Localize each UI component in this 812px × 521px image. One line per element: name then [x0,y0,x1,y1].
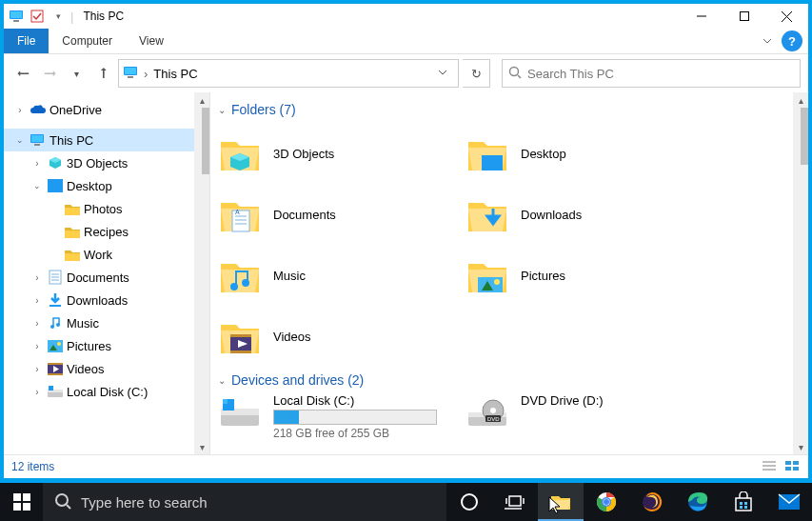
documents-icon [46,270,65,285]
search-box[interactable]: Search This PC [502,59,801,88]
tab-file[interactable]: File [4,29,49,53]
folder-downloads[interactable]: Downloads [465,184,713,245]
tab-computer[interactable]: Computer [49,29,126,53]
content-scrollbar[interactable]: ▴ ▾ [793,92,808,454]
folder-music[interactable]: Music [218,245,465,306]
breadcrumb-this-pc[interactable]: This PC [151,67,199,81]
task-view-button[interactable] [492,483,538,521]
close-button[interactable] [765,4,808,29]
tab-view[interactable]: View [126,29,177,53]
drive-local-disk-c[interactable]: Local Disk (C:) 218 GB free of 255 GB [218,393,465,451]
chevron-down-icon[interactable]: ⌄ [30,181,44,190]
ribbon-expand-icon[interactable] [755,29,780,53]
details-view-button[interactable] [761,459,778,475]
tree-onedrive[interactable]: › OneDrive [4,98,209,121]
svg-point-11 [510,67,519,75]
videos-icon [46,363,65,375]
scroll-down-icon[interactable]: ▾ [793,439,808,454]
refresh-button[interactable]: ↻ [463,59,490,88]
documents-icon: A [218,192,262,236]
tree-3d-objects[interactable]: › 3D Objects [4,151,209,174]
tree-photos[interactable]: Photos [4,197,209,220]
cortana-button[interactable] [446,483,492,521]
address-dropdown-icon[interactable] [431,67,454,81]
tree-documents[interactable]: › Documents [4,266,209,289]
folder-pictures[interactable]: Pictures [465,245,713,306]
tree-videos[interactable]: › Videos [4,357,209,380]
chevron-right-icon[interactable]: › [30,318,44,329]
folder-desktop[interactable]: Desktop [465,123,713,184]
explorer-window: ▾ | This PC File Computer View ? 🠔 🠖 ▾ 🠕… [3,3,809,479]
chevron-right-icon[interactable]: › [30,387,44,397]
properties-icon[interactable] [29,8,46,25]
svg-rect-72 [13,503,21,511]
svg-point-84 [604,499,609,505]
chevron-right-icon[interactable]: › [30,158,44,169]
svg-point-48 [494,279,500,285]
group-folders-header[interactable]: ⌄ Folders (7) [218,102,793,117]
music-icon [218,253,262,297]
address-bar[interactable]: › This PC [118,59,459,88]
recent-locations-button[interactable]: ▾ [65,60,88,87]
chevron-down-icon[interactable]: ⌄ [218,105,226,115]
breadcrumb-sep-icon[interactable]: › [144,67,148,81]
svg-rect-1 [10,11,22,18]
chevron-down-icon[interactable]: ⌄ [218,375,226,386]
tree-local-disk-c[interactable]: › Local Disk (C:) [4,380,209,403]
scroll-up-icon[interactable]: ▴ [194,92,209,108]
drive-dvd-d[interactable]: DVD DVD Drive (D:) [465,393,713,451]
svg-rect-87 [736,498,751,511]
taskbar-mail[interactable] [766,483,812,521]
taskbar-edge[interactable] [675,483,721,521]
up-button[interactable]: 🠕 [91,60,114,87]
svg-rect-5 [740,12,748,21]
tree-downloads[interactable]: › Downloads [4,289,209,311]
start-button[interactable] [0,483,43,521]
chevron-down-icon[interactable]: ⌄ [13,135,27,145]
tree-this-pc[interactable]: ⌄ This PC [4,129,209,151]
forward-button[interactable]: 🠖 [38,60,61,87]
chevron-right-icon[interactable]: › [30,341,44,351]
svg-rect-69 [793,467,799,471]
tree-music[interactable]: › Music [4,311,209,334]
ribbon: File Computer View ? [4,29,808,54]
downloads-icon [465,192,509,236]
taskbar-chrome[interactable] [584,483,629,521]
svg-rect-67 [793,461,799,465]
tree-work[interactable]: Work [4,243,209,266]
chevron-right-icon[interactable]: › [30,295,44,306]
tree-recipes[interactable]: Recipes [4,220,209,243]
taskbar-search[interactable]: Type here to search [43,483,446,521]
svg-rect-14 [31,135,43,142]
maximize-button[interactable] [723,4,765,29]
taskbar-firefox[interactable] [629,483,675,521]
folder-videos[interactable]: Videos [218,306,465,367]
minimize-button[interactable] [680,4,723,29]
large-icons-view-button[interactable] [783,459,801,475]
status-bar: 12 items [4,454,808,478]
help-button[interactable]: ? [782,30,802,51]
group-drives-header[interactable]: ⌄ Devices and drives (2) [218,372,793,388]
this-pc-icon [29,133,48,147]
folder-3d-objects[interactable]: 3D Objects [218,123,465,184]
tree-desktop[interactable]: ⌄ Desktop [4,174,209,197]
svg-point-45 [242,279,249,287]
chevron-right-icon[interactable]: › [30,364,44,374]
taskbar-store[interactable] [721,483,766,521]
folder-icon [63,203,82,215]
svg-point-60 [490,408,496,413]
chevron-right-icon[interactable]: › [13,105,27,115]
chevron-right-icon[interactable]: › [30,272,44,283]
scroll-up-icon[interactable]: ▴ [793,92,808,108]
folder-documents[interactable]: A Documents [218,184,465,245]
scroll-down-icon[interactable]: ▾ [194,439,209,454]
sidebar-scrollbar[interactable]: ▴ ▾ [194,92,209,454]
svg-rect-26 [48,340,63,352]
disk-usage-bar [273,410,437,425]
tree-pictures[interactable]: › Pictures [4,334,209,357]
svg-rect-68 [785,467,791,471]
pictures-icon [465,253,509,297]
svg-rect-10 [128,76,133,78]
back-button[interactable]: 🠔 [11,60,34,87]
qat-dropdown-icon[interactable]: ▾ [50,8,67,25]
